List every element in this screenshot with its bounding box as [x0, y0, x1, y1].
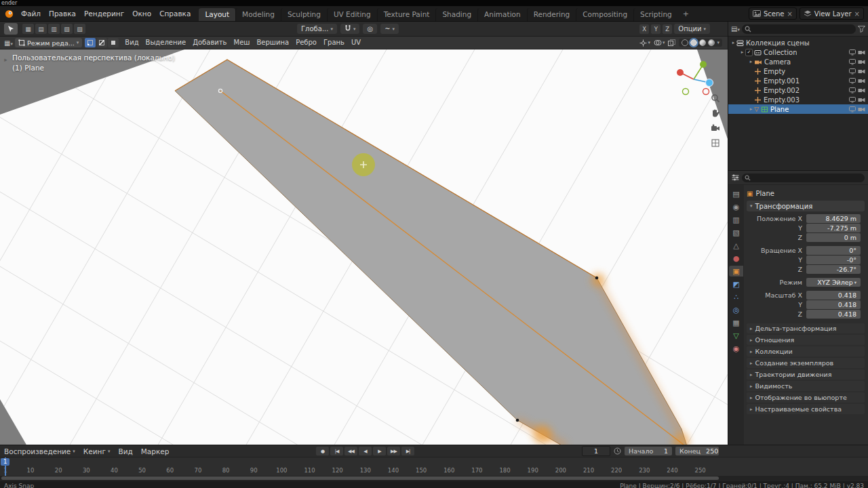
solid-shading-button[interactable] — [690, 39, 697, 46]
field-value[interactable]: 0 m▾ — [806, 233, 861, 242]
unlink-view-layer-button[interactable]: × — [854, 10, 860, 18]
tab-shading[interactable]: Shading — [435, 8, 477, 21]
outliner-row-empty.003[interactable]: ▸ ✓ ▽ Empty.003 — [728, 95, 868, 104]
outliner-row-empty[interactable]: ▸ ✓ ▽ Empty — [728, 66, 868, 76]
rendered-shading-button[interactable] — [708, 39, 715, 46]
outliner-row-collection[interactable]: ▸ ✓ ▽ Collection — [728, 47, 868, 57]
tab-compositing[interactable]: Compositing — [576, 8, 633, 21]
render-visibility-icon[interactable] — [858, 106, 865, 113]
filter-icon[interactable] — [858, 26, 865, 33]
xray-toggle[interactable] — [668, 39, 675, 46]
tool-settings-button-1[interactable]: ▦ — [22, 24, 34, 34]
disclosure-arrow[interactable]: ▸ — [739, 49, 745, 55]
autokey-toggle[interactable]: ● — [316, 447, 329, 455]
properties-tab-tool[interactable]: ▤ — [729, 188, 743, 199]
prev-keyframe-button[interactable]: ◀◀ — [344, 447, 357, 455]
active-tool-button[interactable] — [4, 23, 18, 35]
viewport-menu-Меш[interactable]: Меш — [231, 37, 254, 49]
section-создание-экземпляров[interactable]: ▸Создание экземпляров — [747, 358, 865, 368]
jump-end-button[interactable]: ▶| — [401, 447, 414, 455]
viewport-menu-Вершина[interactable]: Вершина — [253, 37, 292, 49]
menubar-menu-Окно[interactable]: Окно — [128, 6, 155, 21]
face-select-button[interactable] — [108, 38, 119, 47]
properties-search-input[interactable] — [742, 174, 865, 182]
toolbar-expand-button[interactable]: ▸ — [1, 52, 10, 67]
viewport-visibility-icon[interactable] — [849, 106, 856, 113]
gizmo-z-axis[interactable] — [706, 79, 713, 87]
viewport-menu-Выделение[interactable]: Выделение — [142, 37, 190, 49]
field-value[interactable]: -26.7°▾ — [806, 265, 861, 274]
viewport-menu-Ребро[interactable]: Ребро — [292, 37, 320, 49]
gizmo-toggle[interactable]: ▾ — [639, 39, 650, 47]
shading-dropdown[interactable]: ▾ — [717, 40, 719, 45]
menubar-menu-Рендеринг[interactable]: Рендеринг — [80, 6, 128, 21]
camera-view-icon[interactable] — [710, 123, 721, 134]
properties-tab-particles[interactable]: ∴ — [729, 291, 743, 302]
tool-settings-button-5[interactable]: ▨ — [74, 24, 85, 34]
render-visibility-icon[interactable] — [858, 59, 865, 65]
section-видимость[interactable]: ▸Видимость — [747, 381, 865, 391]
outliner-row-коллекция-сцены[interactable]: ▸ ✓ ▽ Коллекция сцены — [728, 38, 868, 47]
properties-tab-constraints[interactable]: ▦ — [729, 317, 743, 328]
mirror-x-toggle[interactable]: X — [639, 24, 649, 34]
properties-tab-data[interactable]: ▽ — [729, 330, 743, 341]
collection-checkbox[interactable]: ✓ — [745, 49, 753, 56]
material-shading-button[interactable] — [699, 39, 706, 46]
viewport-visibility-icon[interactable] — [849, 87, 856, 94]
field-value[interactable]: 8.4629 m▾ — [806, 214, 861, 223]
disclosure-arrow[interactable]: ▸ — [748, 59, 754, 64]
field-value[interactable]: -0°▾ — [806, 256, 861, 264]
field-value[interactable]: XYZ Эйлер▾ — [806, 278, 861, 287]
options-dropdown[interactable]: Опции▾ — [674, 24, 710, 34]
gizmo-x-axis[interactable] — [677, 69, 684, 76]
play-reverse-button[interactable]: ◀ — [359, 447, 372, 455]
editor-type-icon[interactable]: ▦▾ — [0, 39, 15, 47]
section-отношения[interactable]: ▸Отношения — [747, 335, 865, 345]
mirror-z-toggle[interactable]: Z — [663, 24, 672, 34]
properties-tab-view-layer[interactable]: ▧ — [729, 227, 743, 238]
properties-tab-world[interactable]: ● — [729, 253, 743, 264]
viewport-canvas[interactable] — [0, 49, 728, 445]
properties-tab-material[interactable]: ◉ — [729, 343, 743, 354]
edge-select-button[interactable] — [96, 38, 107, 47]
vertex-select-button[interactable] — [85, 38, 96, 47]
mirror-y-toggle[interactable]: Y — [651, 24, 660, 34]
tab-scripting[interactable]: Scripting — [633, 8, 678, 21]
tab-uv-editing[interactable]: UV Editing — [327, 8, 377, 21]
tool-settings-button-4[interactable]: ▧ — [61, 24, 73, 34]
viewport-menu-Грань[interactable]: Грань — [320, 37, 348, 49]
overlays-toggle[interactable]: ▾ — [654, 39, 665, 46]
properties-tab-modifiers[interactable]: ◩ — [729, 279, 743, 289]
tab-rendering[interactable]: Rendering — [527, 8, 576, 21]
viewport-menu-UV[interactable]: UV — [348, 37, 364, 49]
menubar-menu-Справка[interactable]: Справка — [155, 6, 195, 21]
section-коллекции[interactable]: ▸Коллекции — [747, 346, 865, 357]
frame-end-field[interactable]: Конец 250 — [675, 447, 719, 455]
wireframe-shading-button[interactable] — [682, 39, 688, 46]
vertex-dot[interactable] — [516, 419, 519, 422]
section-отображение-во-вьюпорте[interactable]: ▸Отображение во вьюпорте — [747, 392, 865, 403]
gizmo-x-neg[interactable] — [703, 89, 709, 95]
field-value[interactable]: 0°▾ — [806, 246, 861, 255]
outliner-row-empty.001[interactable]: ▸ ✓ ▽ Empty.001 — [728, 76, 868, 85]
snap-toggle[interactable]: ▾ — [340, 24, 360, 34]
mode-dropdown[interactable]: Режим реда...▾ — [15, 38, 82, 47]
render-visibility-icon[interactable] — [858, 78, 865, 84]
proportional-editing-toggle[interactable]: ◎ — [363, 24, 377, 34]
outliner-row-empty.002[interactable]: ▸ ✓ ▽ Empty.002 — [728, 85, 868, 95]
vertex-dot[interactable] — [595, 277, 599, 280]
tab-layout[interactable]: Layout — [199, 8, 235, 21]
render-visibility-icon[interactable] — [858, 87, 865, 94]
outliner-search-input[interactable] — [742, 24, 856, 34]
tool-settings-button-2[interactable]: ▤ — [35, 24, 47, 34]
disclosure-arrow[interactable]: ▸ — [730, 40, 736, 45]
outliner-row-plane[interactable]: ▸ ✓ ▽ Plane — [728, 104, 868, 114]
viewport-visibility-icon[interactable] — [849, 59, 856, 65]
outliner-editor-icon[interactable]: ▤▾ — [731, 25, 740, 33]
menubar-menu-Файл[interactable]: Файл — [17, 6, 45, 21]
viewport-menu-Вид[interactable]: Вид — [121, 37, 142, 49]
viewport-menu-Добавить[interactable]: Добавить — [189, 37, 230, 49]
properties-tab-render[interactable]: ◉ — [729, 201, 743, 212]
menubar-menu-Правка[interactable]: Правка — [45, 6, 80, 21]
viewport-visibility-icon[interactable] — [849, 97, 856, 103]
